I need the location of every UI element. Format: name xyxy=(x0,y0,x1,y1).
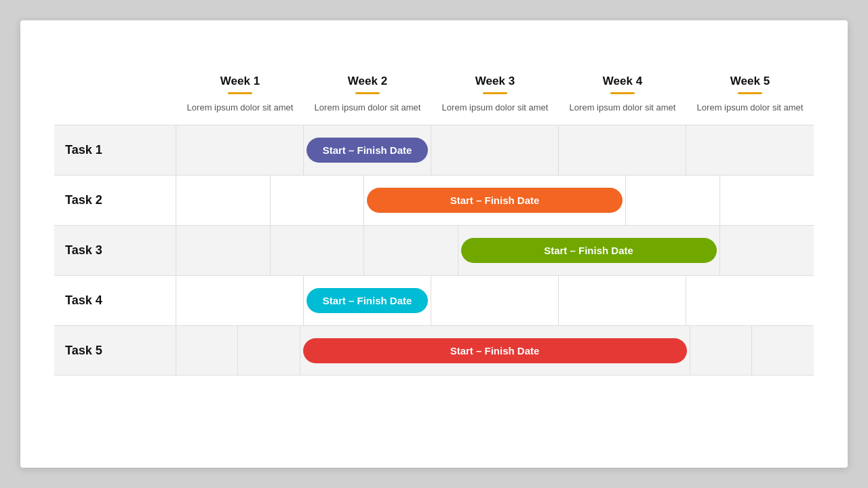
task-row-3: Task 3Start – Finish Date xyxy=(54,225,814,275)
task-cell-5-week4 xyxy=(690,326,752,375)
task-label-4: Task 4 xyxy=(54,276,176,325)
task-cell-4-week5 xyxy=(686,276,814,325)
task-cell-3-week4: Start – Finish Date xyxy=(458,226,720,275)
task-cell-5-week2 xyxy=(238,326,300,375)
week-col-4: Week 4 Lorem ipsum dolor sit amet xyxy=(559,75,686,125)
week-desc-1: Lorem ipsum dolor sit amet xyxy=(187,102,294,113)
week-underline-4 xyxy=(610,92,635,94)
task-row-5: Task 5Start – Finish Date xyxy=(54,325,814,375)
task-cell-3-week3 xyxy=(364,226,458,275)
task-cell-2-week3: Start – Finish Date xyxy=(364,176,626,225)
week-label-3: Week 3 xyxy=(438,75,552,88)
task-bar-2: Start – Finish Date xyxy=(367,188,623,213)
week-desc-2: Lorem ipsum dolor sit amet xyxy=(315,102,421,113)
week-col-2: Week 2 Lorem ipsum dolor sit amet xyxy=(304,75,431,125)
week-desc-5: Lorem ipsum dolor sit amet xyxy=(697,102,804,113)
week-underline-3 xyxy=(483,92,507,94)
task-row-1: Task 1Start – Finish Date xyxy=(54,125,814,175)
task-label-1: Task 1 xyxy=(54,125,176,175)
task-rows: Task 1Start – Finish DateTask 2Start – F… xyxy=(54,125,814,375)
week-underline-2 xyxy=(355,92,380,94)
task-cell-3-week1 xyxy=(176,226,271,275)
task-cell-2-week4 xyxy=(626,176,720,225)
task-cell-3-week5 xyxy=(720,226,814,275)
task-row-2: Task 2Start – Finish Date xyxy=(54,175,814,225)
task-cell-5-week1 xyxy=(176,326,238,375)
task-cell-1-week2: Start – Finish Date xyxy=(304,125,431,175)
week-label-5: Week 5 xyxy=(693,75,807,88)
task-bar-3: Start – Finish Date xyxy=(461,238,717,263)
week-underline-1 xyxy=(228,92,252,94)
task-cell-4-week4 xyxy=(559,276,686,325)
task-bar-5: Start – Finish Date xyxy=(303,338,687,363)
task-cell-1-week3 xyxy=(431,125,559,175)
task-cell-1-week5 xyxy=(686,125,814,175)
week-desc-4: Lorem ipsum dolor sit amet xyxy=(570,102,676,113)
task-cell-1-week1 xyxy=(176,125,304,175)
week-col-1: Week 1 Lorem ipsum dolor sit amet xyxy=(176,75,304,125)
week-label-4: Week 4 xyxy=(566,75,679,88)
task-cell-5-week3: Start – Finish Date xyxy=(300,326,690,375)
weeks-header: Week 1 Lorem ipsum dolor sit amet Week 2… xyxy=(54,75,814,125)
task-cell-2-week2 xyxy=(271,176,365,225)
task-cell-4-week3 xyxy=(431,276,559,325)
task-label-3: Task 3 xyxy=(54,226,176,275)
task-cell-2-week1 xyxy=(176,176,271,225)
week-label-2: Week 2 xyxy=(311,75,425,88)
task-label-2: Task 2 xyxy=(54,176,176,225)
task-cell-4-week1 xyxy=(176,276,304,325)
task-cell-5-week5 xyxy=(752,326,814,375)
task-bar-4: Start – Finish Date xyxy=(307,288,428,313)
task-cell-2-week5 xyxy=(720,176,814,225)
task-label-5: Task 5 xyxy=(54,326,176,375)
week-desc-3: Lorem ipsum dolor sit amet xyxy=(442,102,549,113)
task-row-4: Task 4Start – Finish Date xyxy=(54,275,814,325)
week-col-3: Week 3 Lorem ipsum dolor sit amet xyxy=(431,75,559,125)
week-underline-5 xyxy=(738,92,762,94)
header-empty-cell xyxy=(54,75,176,125)
week-label-1: Week 1 xyxy=(183,75,297,88)
task-cell-1-week4 xyxy=(559,125,686,175)
week-col-5: Week 5 Lorem ipsum dolor sit amet xyxy=(686,75,814,125)
slide: Week 1 Lorem ipsum dolor sit amet Week 2… xyxy=(20,20,848,468)
timeline-container: Week 1 Lorem ipsum dolor sit amet Week 2… xyxy=(54,75,814,375)
task-cell-3-week2 xyxy=(271,226,365,275)
task-bar-1: Start – Finish Date xyxy=(307,138,428,163)
task-cell-4-week2: Start – Finish Date xyxy=(304,276,431,325)
